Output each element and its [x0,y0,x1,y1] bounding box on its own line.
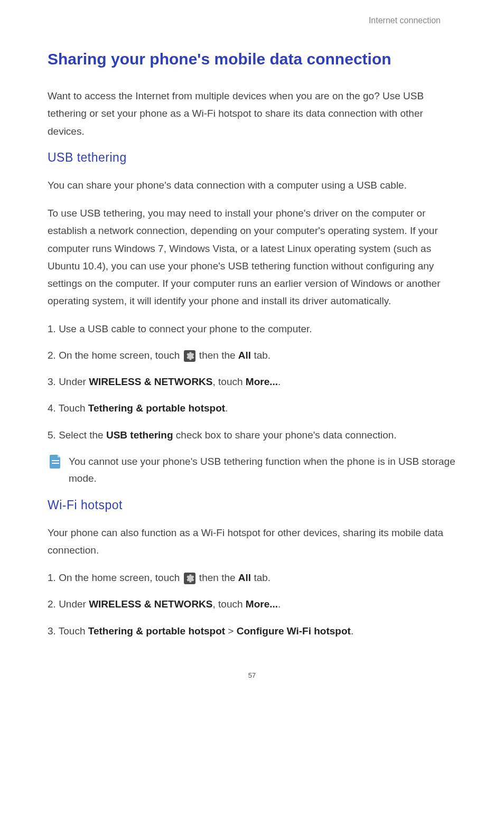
settings-icon [184,573,195,584]
step-text: On the home screen, touch [59,572,182,583]
step-bold: More... [246,598,278,610]
step-text: , touch [213,598,246,610]
main-title: Sharing your phone's mobile data connect… [48,44,456,74]
usb-note: You cannot use your phone's USB tetherin… [48,453,456,488]
page-header: Internet connection [48,16,441,25]
step-bold: More... [246,376,278,387]
step-text: Select the [59,429,106,441]
step-bold: All [238,572,251,583]
step-text: , touch [213,376,246,387]
step-text: . [278,376,281,387]
usb-step-3: 3. Under WIRELESS & NETWORKS, touch More… [48,373,456,390]
usb-note-text: You cannot use your phone's USB tetherin… [69,453,456,488]
settings-icon [184,350,195,362]
step-text: tab. [251,572,270,583]
usb-paragraph-1: You can share your phone's data connecti… [48,176,456,194]
step-text: On the home screen, touch [59,350,182,361]
wifi-paragraph-1: Your phone can also function as a Wi-Fi … [48,524,456,559]
step-bold: All [238,350,251,361]
step-text: . [351,625,353,637]
step-text: Under [59,376,89,387]
usb-step-1-text: Use a USB cable to connect your phone to… [59,323,312,334]
step-bold: WIRELESS & NETWORKS [89,376,212,387]
usb-step-4: 4. Touch Tethering & portable hotspot. [48,400,456,417]
note-icon [50,455,61,469]
step-text: Touch [59,403,88,414]
wifi-heading: Wi-Fi hotspot [48,498,456,512]
step-text: . [225,403,228,414]
step-bold: USB tethering [106,429,173,441]
step-text: tab. [251,350,270,361]
step-bold: WIRELESS & NETWORKS [89,598,212,610]
wifi-step-3: 3. Touch Tethering & portable hotspot > … [48,623,456,640]
usb-heading: USB tethering [48,151,456,165]
step-text: > [225,625,237,637]
usb-step-2: 2. On the home screen, touch then the Al… [48,347,456,364]
step-text: check box to share your phone's data con… [173,429,397,441]
usb-step-1: 1. Use a USB cable to connect your phone… [48,321,456,338]
step-text: then the [197,350,238,361]
step-text: Touch [59,625,88,637]
step-bold: Configure Wi-Fi hotspot [237,625,351,637]
wifi-step-1: 1. On the home screen, touch then the Al… [48,569,456,586]
intro-paragraph: Want to access the Internet from multipl… [48,87,456,140]
wifi-step-2: 2. Under WIRELESS & NETWORKS, touch More… [48,596,456,613]
step-text: Under [59,598,89,610]
page-number: 57 [48,671,456,679]
step-bold: Tethering & portable hotspot [88,403,225,414]
usb-step-5: 5. Select the USB tethering check box to… [48,427,456,444]
usb-paragraph-2: To use USB tethering, you may need to in… [48,204,456,310]
step-text: then the [197,572,238,583]
step-text: . [278,598,281,610]
step-bold: Tethering & portable hotspot [88,625,225,637]
